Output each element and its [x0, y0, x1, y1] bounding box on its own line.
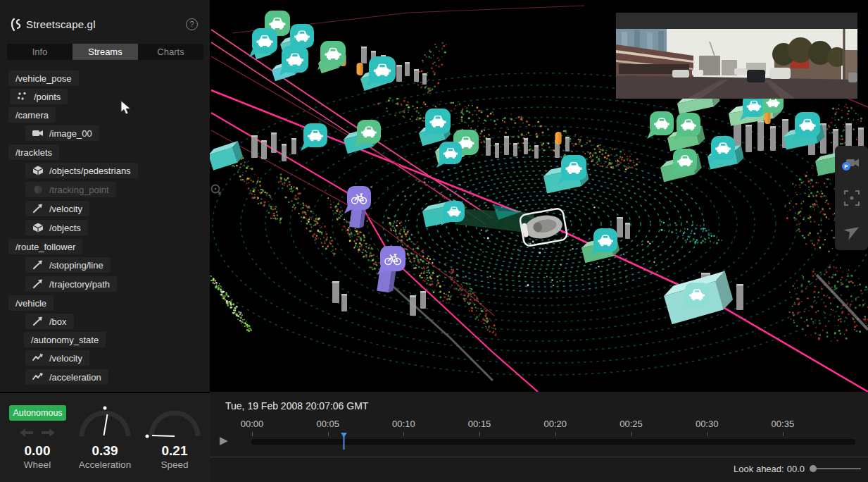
stream-label: /tracklets — [15, 147, 52, 158]
camera-panel-header — [616, 13, 857, 29]
look-ahead-label: Look ahead: — [734, 464, 784, 474]
tick-mark — [707, 432, 707, 436]
navigation-arrow-button[interactable] — [841, 222, 862, 243]
tick-label: 00:25 — [619, 419, 643, 429]
sidebar-panel: Streetscape.gl ? Info Streams Charts /ve… — [0, 0, 210, 392]
bike-marker — [344, 186, 371, 214]
stream-label: /objects/pedestrians — [49, 166, 131, 176]
app-window: Streetscape.gl ? Info Streams Charts /ve… — [0, 0, 868, 482]
point-cloud-cluster — [210, 276, 252, 332]
stream-item-velocity[interactable]: /velocity — [25, 202, 89, 216]
point-cloud-cluster — [660, 221, 723, 245]
speed-gauge — [146, 413, 199, 438]
car-marker — [279, 46, 308, 76]
stream-label: /image_00 — [49, 128, 92, 139]
car-marker — [354, 120, 381, 147]
stream-item-tracking_point[interactable]: /tracking_point — [25, 183, 116, 197]
vehicle-metrics-panel: Autonomous 0.00 Wheel 0.39 Acceleration — [0, 392, 210, 482]
car-marker — [249, 28, 277, 57]
acceleration-value: 0.39 — [73, 443, 137, 459]
wheel-value: 0.00 — [6, 443, 69, 459]
cube-icon — [32, 166, 44, 175]
help-button[interactable]: ? — [186, 18, 198, 30]
autonomy-mode-badge: Autonomous — [9, 405, 66, 421]
speed-value: 0.21 — [143, 443, 206, 459]
tab-streams[interactable]: Streams — [73, 44, 138, 60]
tick-mark — [555, 432, 556, 436]
chart-icon — [32, 353, 44, 363]
tick-label: 00:15 — [468, 419, 491, 429]
tick-label: 00:35 — [772, 419, 795, 429]
stream-item-trajectory-path[interactable]: /trajectory/path — [25, 277, 117, 291]
stream-item-tracklets[interactable]: /tracklets — [8, 145, 59, 159]
speed-label: Speed — [136, 459, 213, 470]
tab-info[interactable]: Info — [7, 44, 73, 60]
arrow-icon — [32, 260, 44, 270]
stream-item-vehicle_pose[interactable]: /vehicle_pose — [8, 71, 79, 85]
point-cloud-cluster — [789, 266, 868, 342]
app-title: Streetscape.gl — [26, 18, 96, 30]
car-marker — [317, 41, 346, 70]
tick-label: 00:30 — [696, 419, 719, 429]
tick-label: 00:10 — [392, 419, 415, 429]
camera-panel[interactable] — [616, 13, 857, 99]
stream-item-image_00[interactable]: /image_00 — [25, 126, 99, 140]
tracked-object-box — [207, 141, 244, 171]
stream-label: /acceleration — [49, 372, 101, 383]
cube-icon — [32, 223, 44, 233]
tick-mark — [631, 432, 632, 436]
perspective-camera-button[interactable]: P — [841, 153, 862, 174]
stream-item-stopping-line[interactable]: /stopping/line — [25, 258, 111, 272]
tick-mark — [252, 432, 253, 436]
stream-item-points[interactable]: /points — [10, 89, 68, 104]
tick-label: 00:20 — [544, 419, 567, 429]
car-marker — [366, 56, 396, 87]
tab-charts[interactable]: Charts — [138, 44, 203, 60]
acceleration-gauge — [82, 407, 128, 437]
car-marker — [301, 123, 327, 151]
playhead-marker[interactable] — [341, 433, 347, 450]
look-ahead-control: Look ahead: 00.0 — [734, 462, 861, 475]
stream-label: /objects — [49, 223, 81, 233]
timeline-timestamp: Tue, 19 Feb 2008 20:07:06 GMT — [225, 400, 368, 412]
car-marker — [647, 111, 674, 139]
stream-label: /autonomy_state — [31, 335, 99, 345]
arrow-icon — [32, 279, 44, 289]
stream-item-objects-pedestrians[interactable]: /objects/pedestrians — [25, 163, 138, 178]
look-ahead-slider[interactable] — [812, 465, 861, 472]
car-marker — [558, 155, 586, 184]
look-ahead-value: 00.0 — [787, 464, 805, 474]
stream-label: /velocity — [49, 353, 82, 364]
stream-item-vehicle[interactable]: /vehicle — [8, 296, 54, 310]
tick-mark — [328, 432, 329, 436]
circle-icon — [32, 185, 44, 194]
stream-item-velocity[interactable]: /velocity — [25, 351, 89, 365]
tab-bar: Info Streams Charts — [7, 44, 203, 60]
point-cloud-cluster — [417, 42, 447, 94]
recenter-button[interactable] — [841, 187, 862, 209]
stream-item-box[interactable]: /box — [25, 314, 74, 328]
stream-item-acceleration[interactable]: /acceleration — [25, 370, 108, 384]
tick-mark — [403, 432, 404, 436]
acceleration-label: Acceleration — [66, 459, 144, 470]
stream-item-route_follower[interactable]: /route_follower — [8, 240, 82, 254]
arrow-icon — [32, 204, 44, 214]
stream-label: /trajectory/path — [49, 279, 110, 290]
stream-item-autonomy_state[interactable]: /autonomy_state — [24, 333, 106, 347]
stream-label: /route_follower — [15, 242, 75, 252]
stream-label: /camera — [15, 110, 49, 121]
video-camera-icon — [32, 128, 44, 138]
play-button[interactable]: ▶ — [220, 434, 228, 447]
stream-item-objects[interactable]: /objects — [25, 221, 88, 235]
tick-label: 00:05 — [316, 419, 339, 429]
timeline-divider — [210, 457, 868, 457]
bike-marker — [377, 246, 405, 275]
stream-label: /points — [34, 92, 61, 102]
look-ahead-knob[interactable] — [810, 465, 817, 472]
tick-mark — [783, 432, 784, 436]
car-marker — [436, 142, 462, 168]
stream-item-camera[interactable]: /camera — [8, 108, 56, 122]
timeline-panel: Tue, 19 Feb 2008 20:07:06 GMT 00:0000:05… — [210, 392, 868, 482]
tracking-target-off-icon[interactable] — [210, 183, 222, 199]
sidebar-header: Streetscape.gl ? — [0, 0, 210, 39]
